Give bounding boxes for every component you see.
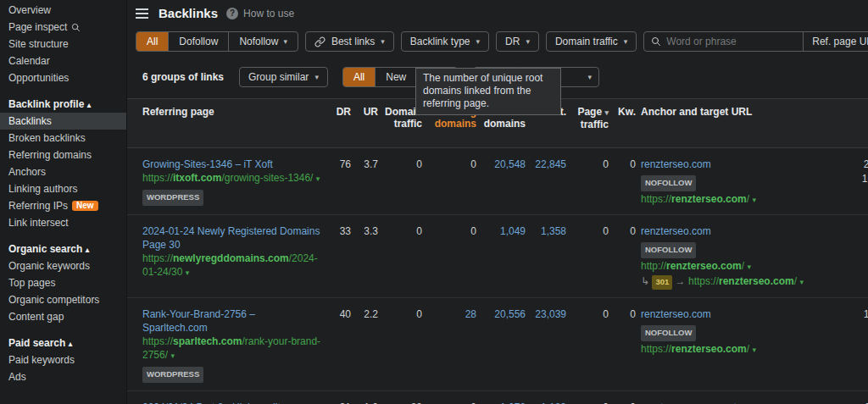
filter-label: Nofollow xyxy=(239,36,278,47)
referring-page-cell: 2024/01/24 Part 8 - High quality Backlin… xyxy=(142,401,322,404)
sidebar-item-top-pages[interactable]: Top pages xyxy=(0,274,126,291)
sidebar-item-link-intersect[interactable]: Link intersect xyxy=(0,214,126,231)
table-row: Rank-Your-Brand-2756 – Sparltech.com htt… xyxy=(127,298,868,391)
col-referring-page[interactable]: Referring page xyxy=(142,106,322,141)
dropdown-label: Backlink type xyxy=(410,36,470,47)
referring-page-link[interactable]: Rank-Your-Brand-2756 – Sparltech.com xyxy=(142,308,255,334)
sidebar-item-label: Overview xyxy=(8,4,51,16)
col-page-traffic[interactable]: Page ▾traffic xyxy=(566,106,609,141)
linked-domains-value[interactable]: 1,076 xyxy=(476,401,526,404)
url-expand-icon[interactable]: ▾ xyxy=(799,278,804,286)
sidebar-item-backlinks[interactable]: Backlinks xyxy=(0,113,126,130)
referring-domains-value[interactable]: 0 xyxy=(422,401,476,404)
sidebar-item-organic-competitors[interactable]: Organic competitors xyxy=(0,291,126,308)
arrow-icon: → xyxy=(676,275,686,287)
url-expand-icon[interactable]: ▾ xyxy=(170,351,175,360)
sidebar-item-calendar[interactable]: Calendar xyxy=(0,53,126,69)
anchor-link[interactable]: renzterseo.com xyxy=(641,225,711,237)
chevron-down-icon: ▾ xyxy=(381,37,385,46)
anchor-target-cell: renzterseo.com NOFOLLOW http://renzterse… xyxy=(636,224,848,290)
dates-cell: 21 Jul 2024 1 d ago xyxy=(848,224,868,290)
sidebar-section-organic-search[interactable]: Organic search ▴ xyxy=(0,241,126,257)
anchor-target-cell: renzterseo.com renzterseo.com NOFOLLOWIM… xyxy=(636,401,848,404)
kw-value: 0 xyxy=(609,307,636,383)
linked-domains-value[interactable]: 20,548 xyxy=(476,158,526,207)
referring-domains-value[interactable]: 0 xyxy=(422,224,476,290)
search-icon xyxy=(651,36,661,47)
linked-domains-value[interactable]: 1,049 xyxy=(476,224,526,290)
tab-all[interactable]: All xyxy=(343,68,375,86)
redirect-code-badge: 301 xyxy=(652,275,672,290)
col-kw[interactable]: Kw. xyxy=(609,106,636,141)
sidebar-item-anchors[interactable]: Anchors xyxy=(0,163,126,180)
sidebar-item-ads[interactable]: Ads xyxy=(0,368,126,385)
domain-traffic-dropdown[interactable]: Domain traffic▾ xyxy=(546,31,637,52)
page-header: Backlinks ? How to use xyxy=(127,0,868,24)
sidebar-item-page-inspect[interactable]: Page inspect xyxy=(0,19,126,36)
sidebar-section-backlink-profile[interactable]: Backlink profile ▴ xyxy=(0,96,126,113)
dropdown-label: Best links xyxy=(331,36,375,47)
ext-value[interactable]: 1,358 xyxy=(526,224,566,290)
dr-value: 31 xyxy=(322,401,351,404)
linked-domains-value[interactable]: 20,556 xyxy=(476,307,526,383)
ref-page-url-dropdown[interactable]: Ref. page URL▾ xyxy=(803,32,868,51)
filter-nofollow-dropdown[interactable]: Nofollow▾ xyxy=(228,32,298,51)
sidebar-item-organic-keywords[interactable]: Organic keywords xyxy=(0,257,126,274)
follow-segmented-control: All Dofollow Nofollow▾ xyxy=(136,31,298,52)
filter-label: Dofollow xyxy=(179,36,218,47)
best-links-dropdown[interactable]: Best links ▾ xyxy=(305,31,394,52)
referring-page-url: https://newlyregddomains.com/2024-01-24/… xyxy=(142,252,322,279)
tab-new[interactable]: New xyxy=(375,68,416,86)
referring-page-link[interactable]: Growing-Sites-1346 – iT Xoft xyxy=(142,158,273,170)
url-expand-icon[interactable]: ▾ xyxy=(752,196,756,204)
backlink-type-dropdown[interactable]: Backlink type▾ xyxy=(401,31,489,52)
filter-dofollow-button[interactable]: Dofollow xyxy=(168,32,228,51)
sidebar-section-paid-search[interactable]: Paid search ▴ xyxy=(0,335,126,351)
chevron-down-icon: ▾ xyxy=(314,73,319,81)
chevron-down-icon: ▾ xyxy=(283,37,287,46)
col-dates[interactable]: First seenLast seenLost xyxy=(848,106,868,141)
first-seen: 18 Aug 2024 xyxy=(848,307,868,322)
col-dr[interactable]: DR xyxy=(322,106,351,141)
section-label: Organic search xyxy=(8,243,82,255)
sidebar-item-referring-domains[interactable]: Referring domains xyxy=(0,147,126,163)
dr-dropdown[interactable]: DR▾ xyxy=(496,31,539,52)
url-expand-icon[interactable]: ▾ xyxy=(316,174,320,183)
referring-page-cell: Growing-Sites-1346 – iT Xoft https://itx… xyxy=(142,158,322,207)
url-expand-icon[interactable]: ▾ xyxy=(747,263,751,271)
referring-page-link[interactable]: 2024-01-24 Newly Registered Domains Page… xyxy=(142,225,320,251)
sidebar-item-paid-keywords[interactable]: Paid keywords xyxy=(0,351,126,368)
search-input[interactable] xyxy=(661,32,803,51)
how-to-use-link[interactable]: ? How to use xyxy=(226,8,294,19)
anchor-link[interactable]: renzterseo.com xyxy=(641,308,711,320)
sidebar-item-site-structure[interactable]: Site structure xyxy=(0,36,126,53)
last-seen: 1 d ago xyxy=(848,239,868,253)
sidebar-item-opportunities[interactable]: Opportunities xyxy=(0,69,126,86)
referring-domains-value[interactable]: 28 xyxy=(422,307,476,383)
col-anchor-target[interactable]: Anchor and target URL xyxy=(636,106,848,141)
dr-value: 76 xyxy=(322,158,351,207)
col-ur[interactable]: UR xyxy=(351,106,378,141)
menu-icon[interactable] xyxy=(136,8,148,18)
ext-value[interactable]: 22,845 xyxy=(526,158,566,207)
sidebar-item-label: Organic competitors xyxy=(8,294,99,306)
group-similar-dropdown[interactable]: Group similar▾ xyxy=(239,67,328,87)
url-expand-icon[interactable]: ▾ xyxy=(186,268,190,277)
sidebar-item-linking-authors[interactable]: Linking authors xyxy=(0,180,126,197)
sidebar-item-referring-ips[interactable]: Referring IPs New xyxy=(0,197,126,214)
page-traffic-value: 0 xyxy=(566,224,609,290)
sidebar-item-label: Site structure xyxy=(8,38,69,50)
anchor-link[interactable]: renzterseo.com xyxy=(641,158,711,170)
domain-traffic-value: 0 xyxy=(378,158,422,207)
sidebar-item-broken-backlinks[interactable]: Broken backlinks xyxy=(0,130,126,147)
url-expand-icon[interactable]: ▾ xyxy=(752,346,756,354)
domain-traffic-value: 0 xyxy=(378,224,422,290)
referring-domains-value[interactable]: 0 xyxy=(422,158,476,207)
filter-all-button[interactable]: All xyxy=(136,32,168,51)
ext-value[interactable]: 23,039 xyxy=(526,307,566,383)
sidebar-item-label: Backlinks xyxy=(8,115,52,127)
sidebar-item-overview[interactable]: Overview xyxy=(0,2,126,19)
table-row: 2024-01-24 Newly Registered Domains Page… xyxy=(127,215,868,298)
sidebar-item-content-gap[interactable]: Content gap xyxy=(0,308,126,325)
ext-value[interactable]: 1,183 xyxy=(526,401,566,404)
